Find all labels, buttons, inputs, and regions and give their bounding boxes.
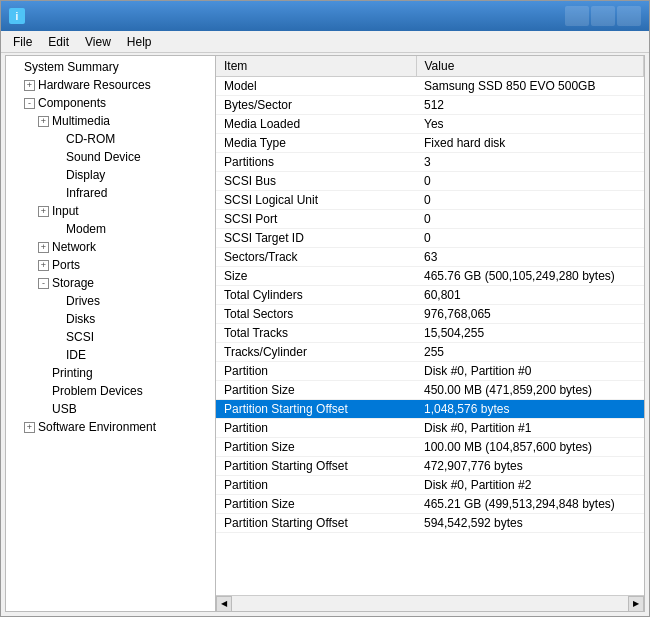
- table-row[interactable]: Partition Size450.00 MB (471,859,200 byt…: [216, 381, 644, 400]
- cell-value: 594,542,592 bytes: [416, 514, 644, 533]
- table-row[interactable]: Partition Starting Offset594,542,592 byt…: [216, 514, 644, 533]
- right-panel: Item Value ModelSamsung SSD 850 EVO 500G…: [216, 56, 644, 611]
- col-header-value: Value: [416, 56, 644, 77]
- sidebar-item-ports[interactable]: +Ports: [6, 256, 215, 274]
- sidebar-item-system-summary[interactable]: System Summary: [6, 58, 215, 76]
- cell-item: Partition Starting Offset: [216, 457, 416, 476]
- cell-item: Size: [216, 267, 416, 286]
- table-row[interactable]: Total Sectors976,768,065: [216, 305, 644, 324]
- menu-view[interactable]: View: [77, 33, 119, 51]
- cell-value: 100.00 MB (104,857,600 bytes): [416, 438, 644, 457]
- scroll-track[interactable]: [232, 597, 628, 611]
- cell-value: Fixed hard disk: [416, 134, 644, 153]
- cell-value: 60,801: [416, 286, 644, 305]
- table-row[interactable]: Partition Size100.00 MB (104,857,600 byt…: [216, 438, 644, 457]
- sidebar-item-display[interactable]: Display: [6, 166, 215, 184]
- cell-item: Total Tracks: [216, 324, 416, 343]
- close-button[interactable]: [617, 6, 641, 26]
- table-row[interactable]: Partition Size465.21 GB (499,513,294,848…: [216, 495, 644, 514]
- sidebar-item-sound-device[interactable]: Sound Device: [6, 148, 215, 166]
- menu-edit[interactable]: Edit: [40, 33, 77, 51]
- cell-value: 450.00 MB (471,859,200 bytes): [416, 381, 644, 400]
- minimize-button[interactable]: [565, 6, 589, 26]
- table-row[interactable]: Partition Starting Offset1,048,576 bytes: [216, 400, 644, 419]
- table-body: ModelSamsung SSD 850 EVO 500GBBytes/Sect…: [216, 77, 644, 533]
- cell-item: Partition Starting Offset: [216, 514, 416, 533]
- sidebar-label-system-summary: System Summary: [24, 60, 119, 74]
- sidebar-item-multimedia[interactable]: +Multimedia: [6, 112, 215, 130]
- table-row[interactable]: Media TypeFixed hard disk: [216, 134, 644, 153]
- menu-file[interactable]: File: [5, 33, 40, 51]
- maximize-button[interactable]: [591, 6, 615, 26]
- table-row[interactable]: SCSI Port0: [216, 210, 644, 229]
- sidebar-label-disks: Disks: [66, 312, 95, 326]
- cell-value: Yes: [416, 115, 644, 134]
- table-row[interactable]: Size465.76 GB (500,105,249,280 bytes): [216, 267, 644, 286]
- table-row[interactable]: Media LoadedYes: [216, 115, 644, 134]
- table-row[interactable]: Partitions3: [216, 153, 644, 172]
- menu-bar: File Edit View Help: [1, 31, 649, 53]
- sidebar-label-printing: Printing: [52, 366, 93, 380]
- expand-icon-multimedia[interactable]: +: [38, 116, 49, 127]
- sidebar-label-storage: Storage: [52, 276, 94, 290]
- sidebar-item-modem[interactable]: Modem: [6, 220, 215, 238]
- scroll-left-button[interactable]: ◀: [216, 596, 232, 612]
- expand-icon-network[interactable]: +: [38, 242, 49, 253]
- expand-icon-ports[interactable]: +: [38, 260, 49, 271]
- sidebar-item-usb[interactable]: USB: [6, 400, 215, 418]
- cell-item: Total Sectors: [216, 305, 416, 324]
- cell-value: Disk #0, Partition #2: [416, 476, 644, 495]
- table-row[interactable]: PartitionDisk #0, Partition #1: [216, 419, 644, 438]
- scroll-right-button[interactable]: ▶: [628, 596, 644, 612]
- cell-value: 465.76 GB (500,105,249,280 bytes): [416, 267, 644, 286]
- sidebar-item-storage[interactable]: -Storage: [6, 274, 215, 292]
- sidebar-item-printing[interactable]: Printing: [6, 364, 215, 382]
- horizontal-scrollbar[interactable]: ◀ ▶: [216, 595, 644, 611]
- cell-value: 0: [416, 229, 644, 248]
- sidebar-item-network[interactable]: +Network: [6, 238, 215, 256]
- sidebar-item-software-environment[interactable]: +Software Environment: [6, 418, 215, 436]
- expand-icon-software-environment[interactable]: +: [24, 422, 35, 433]
- table-row[interactable]: Tracks/Cylinder255: [216, 343, 644, 362]
- table-row[interactable]: Total Cylinders60,801: [216, 286, 644, 305]
- cell-value: 465.21 GB (499,513,294,848 bytes): [416, 495, 644, 514]
- table-row[interactable]: PartitionDisk #0, Partition #2: [216, 476, 644, 495]
- cell-item: Bytes/Sector: [216, 96, 416, 115]
- table-row[interactable]: SCSI Bus0: [216, 172, 644, 191]
- sidebar-item-disks[interactable]: Disks: [6, 310, 215, 328]
- table-row[interactable]: Partition Starting Offset472,907,776 byt…: [216, 457, 644, 476]
- table-row[interactable]: ModelSamsung SSD 850 EVO 500GB: [216, 77, 644, 96]
- cell-item: Partition Size: [216, 381, 416, 400]
- table-row[interactable]: SCSI Logical Unit0: [216, 191, 644, 210]
- expand-icon-components[interactable]: -: [24, 98, 35, 109]
- cell-value: 512: [416, 96, 644, 115]
- sidebar[interactable]: System Summary+Hardware Resources-Compon…: [6, 56, 216, 611]
- sidebar-item-hardware-resources[interactable]: +Hardware Resources: [6, 76, 215, 94]
- expand-icon-storage[interactable]: -: [38, 278, 49, 289]
- sidebar-item-cd-rom[interactable]: CD-ROM: [6, 130, 215, 148]
- cell-item: Total Cylinders: [216, 286, 416, 305]
- expand-icon-hardware-resources[interactable]: +: [24, 80, 35, 91]
- expand-icon-input[interactable]: +: [38, 206, 49, 217]
- sidebar-label-scsi: SCSI: [66, 330, 94, 344]
- menu-help[interactable]: Help: [119, 33, 160, 51]
- table-row[interactable]: Sectors/Track63: [216, 248, 644, 267]
- sidebar-label-infrared: Infrared: [66, 186, 107, 200]
- sidebar-item-ide[interactable]: IDE: [6, 346, 215, 364]
- table-row[interactable]: Total Tracks15,504,255: [216, 324, 644, 343]
- cell-value: 0: [416, 191, 644, 210]
- sidebar-item-scsi[interactable]: SCSI: [6, 328, 215, 346]
- title-bar: i: [1, 1, 649, 31]
- data-table[interactable]: Item Value ModelSamsung SSD 850 EVO 500G…: [216, 56, 644, 595]
- table-row[interactable]: SCSI Target ID0: [216, 229, 644, 248]
- cell-value: Disk #0, Partition #1: [416, 419, 644, 438]
- sidebar-item-drives[interactable]: Drives: [6, 292, 215, 310]
- table-row[interactable]: PartitionDisk #0, Partition #0: [216, 362, 644, 381]
- sidebar-item-input[interactable]: +Input: [6, 202, 215, 220]
- table-row[interactable]: Bytes/Sector512: [216, 96, 644, 115]
- sidebar-item-infrared[interactable]: Infrared: [6, 184, 215, 202]
- sidebar-item-problem-devices[interactable]: Problem Devices: [6, 382, 215, 400]
- cell-value: 1,048,576 bytes: [416, 400, 644, 419]
- sidebar-item-components[interactable]: -Components: [6, 94, 215, 112]
- cell-item: SCSI Port: [216, 210, 416, 229]
